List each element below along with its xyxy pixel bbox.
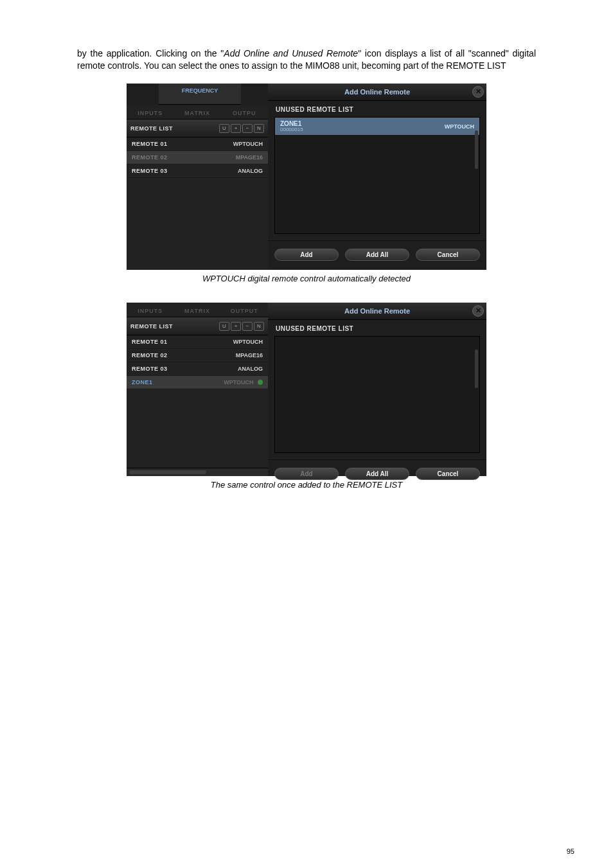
unused-list-label: UNUSED REMOTE LIST [268,101,486,117]
add-remote-icon[interactable]: + [231,322,241,331]
tab-output[interactable]: OUTPUT [221,305,268,317]
remote-row[interactable]: REMOTE 01 WPTOUCH [127,137,268,151]
remove-remote-icon[interactable]: − [242,322,253,331]
list-item-type: WPTOUCH [445,123,474,130]
add-remote-icon[interactable]: + [231,124,241,133]
close-icon[interactable]: ✕ [472,86,484,98]
tab-inputs[interactable]: INPUTS [127,107,173,119]
remote-name: ZONE1 [132,379,153,385]
scrollbar[interactable] [475,130,478,169]
unused-remote-listbox[interactable]: ZONE1 00000015 WPTOUCH [274,117,480,234]
tab-frequency[interactable]: FREQUENCY [159,84,241,105]
add-all-button[interactable]: Add All [345,468,409,480]
list-item[interactable]: ZONE1 00000015 WPTOUCH [275,118,479,135]
figure-caption-1: WPTOUCH digital remote control automatic… [77,274,536,283]
figure-detected: FREQUENCY INPUTS MATRIX OUTPU REMOTE LIS… [127,84,486,270]
remote-row-zone[interactable]: ZONE1 WPTOUCH [127,376,268,389]
network-icon[interactable]: N [254,124,264,133]
online-status-icon [258,380,263,385]
remote-list: REMOTE 01 WPTOUCH REMOTE 02 MPAGE16 REMO… [127,137,268,270]
remote-type: ANALOG [238,168,263,174]
list-item-sub: 00000015 [280,127,303,133]
update-icon[interactable]: U [219,124,229,133]
body-paragraph: by the application. Clicking on the "Add… [77,48,536,72]
remove-remote-icon[interactable]: − [242,124,253,133]
update-icon[interactable]: U [219,322,229,331]
remote-type: WPTOUCH [233,141,263,147]
cancel-button[interactable]: Cancel [416,468,480,480]
dialog-title: Add Online Remote [344,307,410,315]
tab-inputs[interactable]: INPUTS [127,305,173,317]
remote-type: WPTOUCH [233,339,263,345]
network-icon[interactable]: N [254,322,264,331]
remote-name: REMOTE 01 [132,339,168,345]
figure-added: INPUTS MATRIX OUTPUT REMOTE LIST U + − N… [127,303,486,476]
remote-type: MPAGE16 [236,352,263,359]
tab-matrix[interactable]: MATRIX [173,107,220,119]
remote-name: REMOTE 02 [132,154,168,161]
remote-list-title: REMOTE LIST [130,125,173,132]
tab-output[interactable]: OUTPU [221,107,268,119]
cancel-button[interactable]: Cancel [416,249,480,261]
remote-list-title: REMOTE LIST [130,323,173,330]
para-seg-a: by the application. Clicking on the " [77,48,224,58]
remote-name: REMOTE 03 [132,168,168,174]
dialog-title-bar: Add Online Remote ✕ [268,303,486,320]
remote-name: REMOTE 01 [132,141,168,147]
remote-list: REMOTE 01 WPTOUCH REMOTE 02 MPAGE16 REMO… [127,335,268,468]
unused-list-label: UNUSED REMOTE LIST [268,320,486,336]
scrollbar[interactable] [475,350,478,388]
dialog-title: Add Online Remote [344,88,410,96]
remote-row[interactable]: REMOTE 02 MPAGE16 [127,151,268,164]
remote-row[interactable]: REMOTE 03 ANALOG [127,362,268,376]
remote-name: REMOTE 03 [132,366,168,372]
add-button[interactable]: Add [274,249,339,261]
para-seg-b: Add Online and Unused Remote [224,48,358,58]
page-number: 95 [567,847,574,855]
add-all-button[interactable]: Add All [345,249,409,261]
add-button[interactable]: Add [274,468,339,480]
remote-name: REMOTE 02 [132,352,168,359]
close-icon[interactable]: ✕ [472,305,484,317]
remote-type: MPAGE16 [236,154,263,161]
remote-type: WPTOUCH [224,379,253,385]
remote-type: ANALOG [238,366,263,372]
remote-row[interactable]: REMOTE 02 MPAGE16 [127,349,268,362]
unused-remote-listbox[interactable] [274,336,480,453]
remote-row[interactable]: REMOTE 01 WPTOUCH [127,335,268,349]
dialog-title-bar: Add Online Remote ✕ [268,84,486,101]
horizontal-scrollbar[interactable] [127,468,268,476]
tab-matrix[interactable]: MATRIX [173,305,220,317]
remote-row[interactable]: REMOTE 03 ANALOG [127,164,268,178]
